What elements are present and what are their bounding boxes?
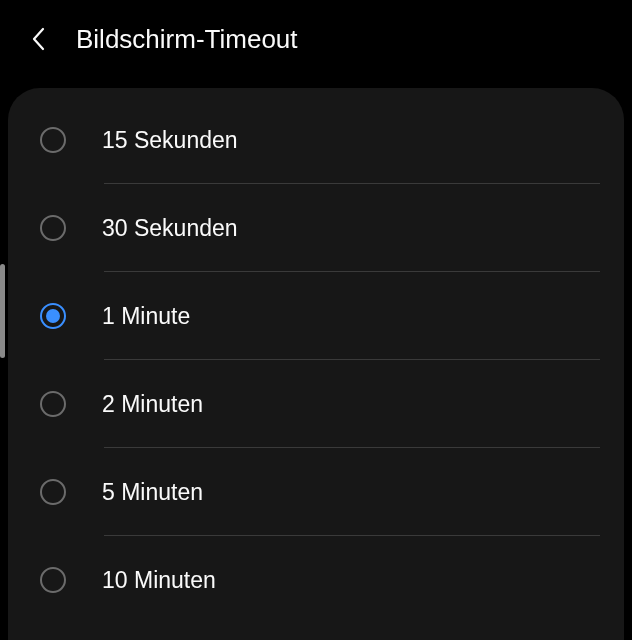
- options-panel: 15 Sekunden 30 Sekunden 1 Minute 2 Minut…: [8, 88, 624, 640]
- radio-icon: [40, 391, 66, 417]
- radio-icon: [40, 567, 66, 593]
- option-label: 1 Minute: [102, 303, 190, 330]
- option-5-minuten[interactable]: 5 Minuten: [8, 448, 624, 536]
- radio-icon: [40, 479, 66, 505]
- page-title: Bildschirm-Timeout: [76, 24, 298, 55]
- option-1-minute[interactable]: 1 Minute: [8, 272, 624, 360]
- option-15-sekunden[interactable]: 15 Sekunden: [8, 96, 624, 184]
- option-label: 15 Sekunden: [102, 127, 238, 154]
- option-label: 10 Minuten: [102, 567, 216, 594]
- back-icon[interactable]: [24, 25, 52, 53]
- option-10-minuten[interactable]: 10 Minuten: [8, 536, 624, 624]
- option-2-minuten[interactable]: 2 Minuten: [8, 360, 624, 448]
- radio-icon-selected: [40, 303, 66, 329]
- radio-icon: [40, 215, 66, 241]
- header: Bildschirm-Timeout: [0, 0, 632, 80]
- scroll-indicator[interactable]: [0, 264, 5, 358]
- option-label: 2 Minuten: [102, 391, 203, 418]
- option-30-sekunden[interactable]: 30 Sekunden: [8, 184, 624, 272]
- radio-icon: [40, 127, 66, 153]
- option-label: 30 Sekunden: [102, 215, 238, 242]
- option-label: 5 Minuten: [102, 479, 203, 506]
